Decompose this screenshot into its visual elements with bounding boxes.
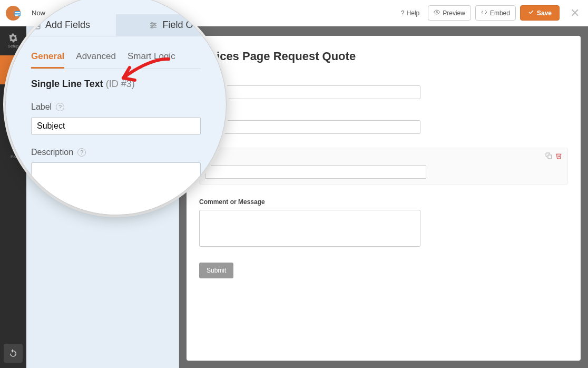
description-label: Description <box>31 148 73 157</box>
check-icon <box>528 9 534 17</box>
field-input[interactable] <box>199 85 420 99</box>
code-icon <box>481 9 487 17</box>
svg-rect-9 <box>548 155 552 159</box>
help-link[interactable]: ? Help <box>401 9 419 17</box>
submit-button[interactable]: Submit <box>199 263 233 278</box>
field-type-heading: Single Line Text (ID #3) <box>31 79 201 90</box>
field-row[interactable]: Comment or Message <box>199 195 568 252</box>
trash-icon[interactable] <box>555 152 562 161</box>
svg-point-5 <box>436 12 438 13</box>
zoom-overlay: Add Fields Field O General Advanced Smar… <box>5 0 227 215</box>
embed-label: Embed <box>490 9 510 17</box>
help-icon[interactable]: ? <box>77 148 86 157</box>
field-options-label: Field O <box>162 20 193 31</box>
message-textarea[interactable] <box>199 210 420 247</box>
tab-smart-logic[interactable]: Smart Logic <box>128 46 175 69</box>
field-label: ect <box>205 153 562 161</box>
svg-rect-3 <box>15 14 20 15</box>
duplicate-icon[interactable] <box>545 152 552 161</box>
field-row[interactable] <box>199 113 568 137</box>
help-label: Help <box>407 9 420 17</box>
save-button[interactable]: Save <box>520 5 560 21</box>
save-label: Save <box>537 9 552 17</box>
message-label: Comment or Message <box>199 198 568 206</box>
field-row[interactable] <box>199 78 568 102</box>
field-type-id: (ID #3) <box>106 79 135 89</box>
form-preview: ervices Page Request Quote ect <box>187 36 581 361</box>
svg-rect-2 <box>15 12 20 13</box>
logo <box>0 0 26 26</box>
form-title: ervices Page Request Quote <box>199 50 568 63</box>
svg-rect-4 <box>15 15 18 16</box>
help-icon[interactable]: ? <box>56 103 64 111</box>
svg-point-18 <box>152 26 153 28</box>
help-icon: ? <box>401 9 405 17</box>
label-input[interactable] <box>31 117 201 135</box>
field-input[interactable] <box>205 165 426 179</box>
close-icon[interactable]: ✕ <box>564 6 580 20</box>
preview-label: Preview <box>443 9 465 17</box>
tab-advanced[interactable]: Advanced <box>76 46 116 69</box>
field-row-selected[interactable]: ect <box>199 148 568 185</box>
nav-undo[interactable] <box>4 344 23 363</box>
form-name[interactable]: Now <box>26 9 45 17</box>
nav-pa-label: Pa <box>11 154 16 159</box>
add-fields-label: Add Fields <box>45 20 90 31</box>
svg-point-17 <box>154 24 155 26</box>
svg-point-16 <box>152 22 153 24</box>
tab-general[interactable]: General <box>31 46 64 69</box>
eye-icon <box>434 9 440 17</box>
preview-button[interactable]: Preview <box>428 5 471 21</box>
field-type-name: Single Line Text <box>31 79 103 89</box>
field-input[interactable] <box>199 120 420 134</box>
nav-setup-label: Setup <box>8 44 19 49</box>
label-label: Label <box>31 102 52 112</box>
embed-button[interactable]: Embed <box>475 5 516 21</box>
